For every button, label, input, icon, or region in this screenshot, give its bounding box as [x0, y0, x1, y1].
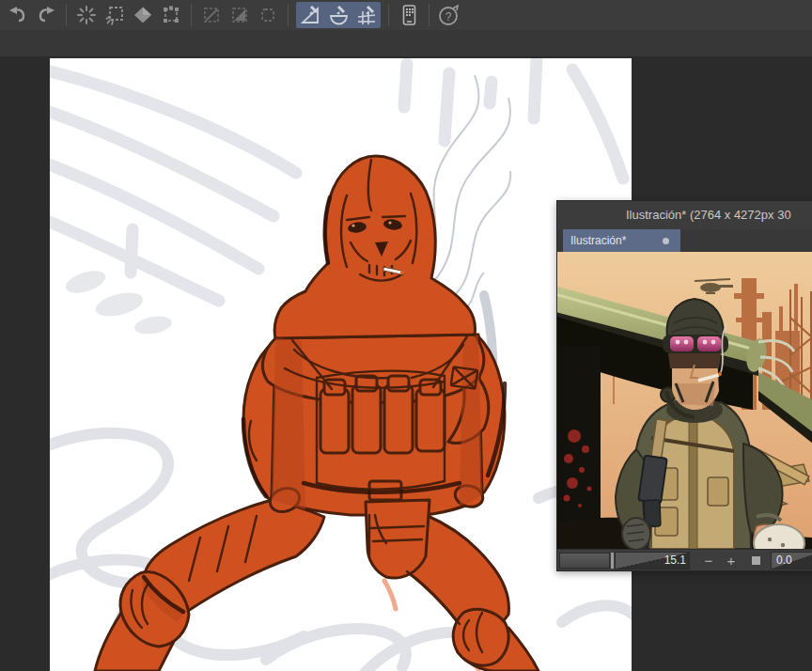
floating-document-window[interactable]: Ilustración* (2764 x 4272px 30 Ilustraci… — [556, 200, 812, 571]
toolbar-separator — [429, 4, 429, 26]
help-button[interactable]: ? — [436, 2, 462, 28]
zoom-level-display: 15.1 — [615, 552, 690, 570]
document-tab-bar: Ilustración* — [557, 229, 812, 252]
ruler-create-fill-button[interactable] — [226, 2, 253, 28]
companion-device-icon — [398, 4, 420, 26]
ruler-create-area-button[interactable] — [255, 2, 281, 28]
transform-selection-button[interactable] — [158, 2, 184, 28]
toolbar-separator — [191, 4, 192, 26]
thumbnail-illustration — [557, 252, 812, 549]
invert-selection-icon — [133, 5, 153, 25]
ruler-line-icon — [201, 5, 222, 25]
window-title: Ilustración* (2764 x 4272px 30 — [557, 201, 812, 229]
snap-to-grid-button[interactable] — [353, 2, 380, 28]
fit-to-window-icon — [752, 556, 760, 565]
unsaved-indicator-icon — [663, 238, 669, 244]
snap-special-ruler-icon — [327, 4, 350, 26]
fit-to-window-button[interactable] — [746, 551, 765, 570]
zoom-in-button[interactable]: + — [720, 551, 742, 570]
document-tab[interactable]: Ilustración* — [563, 229, 680, 252]
redo-button[interactable] — [33, 2, 59, 28]
zoom-slider-handle[interactable] — [611, 553, 614, 569]
zoom-slider-track[interactable] — [559, 553, 610, 569]
snap-to-special-ruler-button[interactable] — [325, 2, 351, 28]
zoom-value: 15.1 — [664, 553, 686, 569]
snap-grid-icon — [355, 4, 378, 26]
undo-icon — [7, 4, 29, 26]
rotation-value: 0.0 — [776, 553, 792, 569]
rotation-display: 0.0 — [771, 552, 812, 570]
deselect-icon — [76, 5, 97, 25]
reselect-icon — [104, 5, 125, 25]
undo-button[interactable] — [5, 2, 31, 28]
document-tab-label: Ilustración* — [570, 234, 663, 247]
reselect-button[interactable] — [102, 2, 128, 28]
redo-icon — [35, 4, 57, 26]
snap-toggle-group — [296, 2, 381, 28]
ruler-fill-icon — [229, 5, 250, 25]
help-icon: ? — [437, 3, 461, 27]
workspace: Ilustración* (2764 x 4272px 30 Ilustraci… — [0, 56, 812, 671]
command-bar: ? — [0, 0, 812, 30]
invert-selection-button[interactable] — [130, 2, 156, 28]
navigation-bar: 15.1 − + 0.0 — [557, 549, 812, 570]
ruler-area-icon — [258, 5, 278, 25]
toolbar-separator — [288, 4, 289, 26]
toolbar-separator — [66, 4, 67, 26]
companion-device-button[interactable] — [396, 2, 422, 28]
sketch-artwork — [50, 58, 632, 671]
document-view[interactable] — [557, 252, 812, 549]
canvas-tab-strip — [0, 30, 812, 56]
app-window: { "toolbar": { "help_glyph": "?", "tools… — [0, 0, 812, 671]
help-glyph: ? — [445, 10, 452, 23]
toolbar-separator — [388, 4, 389, 26]
snap-ruler-icon — [299, 4, 321, 26]
deselect-button[interactable] — [73, 2, 100, 28]
zoom-out-button[interactable]: − — [697, 551, 720, 570]
main-canvas[interactable] — [50, 58, 632, 671]
ruler-create-line-button[interactable] — [198, 2, 225, 28]
transform-selection-icon — [161, 5, 181, 25]
snap-to-ruler-button[interactable] — [297, 2, 323, 28]
